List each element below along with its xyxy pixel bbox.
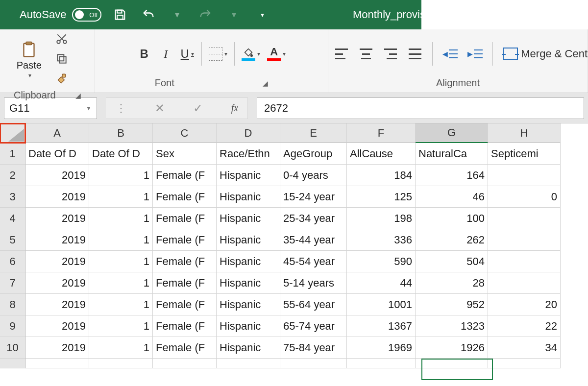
cell-G3[interactable]: 46 (416, 186, 488, 208)
cell-D7[interactable]: Hispanic (217, 272, 280, 294)
cell-H8[interactable]: 20 (488, 294, 561, 315)
cell-B3[interactable]: 1 (89, 186, 153, 208)
cell-E9[interactable]: 65-74 year (280, 315, 347, 337)
cell-C3[interactable]: Female (F (153, 186, 217, 208)
cell-E10[interactable]: 75-84 year (280, 337, 347, 359)
select-all-corner[interactable] (0, 123, 25, 143)
toggle-switch[interactable]: Off (72, 8, 101, 22)
cancel-icon[interactable]: ✕ (155, 101, 165, 115)
copy-icon[interactable] (55, 52, 68, 68)
cell-D6[interactable]: Hispanic (217, 251, 280, 272)
cell-row11-7[interactable] (488, 359, 561, 368)
font-color-button[interactable]: A ▾ (267, 45, 286, 63)
enter-icon[interactable]: ✓ (193, 101, 203, 115)
cell-H1[interactable]: Septicemi (488, 143, 561, 165)
cell-E1[interactable]: AgeGroup (280, 143, 347, 165)
cell-C4[interactable]: Female (F (153, 208, 217, 229)
cell-C6[interactable]: Female (F (153, 251, 217, 272)
column-header-A[interactable]: A (25, 123, 89, 143)
cell-G4[interactable]: 100 (416, 208, 488, 229)
cell-G8[interactable]: 952 (416, 294, 488, 315)
dialog-launcher-icon[interactable]: ◢ (75, 92, 81, 99)
cell-D1[interactable]: Race/Ethn (217, 143, 280, 165)
cell-A7[interactable]: 2019 (25, 272, 89, 294)
fx-icon[interactable]: fx (231, 102, 238, 114)
formula-input[interactable]: 2672 (257, 97, 584, 119)
format-painter-icon[interactable] (55, 72, 68, 88)
align-left-button[interactable] (334, 45, 349, 63)
cell-D9[interactable]: Hispanic (217, 315, 280, 337)
cell-F10[interactable]: 1969 (347, 337, 416, 359)
cell-A3[interactable]: 2019 (25, 186, 89, 208)
row-header-5[interactable]: 5 (0, 229, 25, 251)
cell-G6[interactable]: 504 (416, 251, 488, 272)
cell-E2[interactable]: 0-4 years (280, 165, 347, 186)
cell-H9[interactable]: 22 (488, 315, 561, 337)
cell-D4[interactable]: Hispanic (217, 208, 280, 229)
row-header-4[interactable]: 4 (0, 208, 25, 229)
cell-C1[interactable]: Sex (153, 143, 217, 165)
cell-H2[interactable] (488, 165, 561, 186)
cell-H3[interactable]: 0 (488, 186, 561, 208)
column-header-E[interactable]: E (280, 123, 347, 143)
column-header-B[interactable]: B (89, 123, 153, 143)
cell-C8[interactable]: Female (F (153, 294, 217, 315)
cell-F4[interactable]: 198 (347, 208, 416, 229)
cell-G5[interactable]: 262 (416, 229, 488, 251)
underline-button[interactable]: U▾ (180, 45, 195, 63)
cell-B1[interactable]: Date Of D (89, 143, 153, 165)
row-header-1[interactable]: 1 (0, 143, 25, 165)
borders-button[interactable]: ▾ (209, 45, 227, 63)
cell-A5[interactable]: 2019 (25, 229, 89, 251)
cell-D8[interactable]: Hispanic (217, 294, 280, 315)
autosave-toggle[interactable]: AutoSave Off (20, 8, 101, 22)
cell-A4[interactable]: 2019 (25, 208, 89, 229)
italic-button[interactable]: I (158, 45, 173, 63)
cell-F3[interactable]: 125 (347, 186, 416, 208)
cell-H7[interactable] (488, 272, 561, 294)
cell-G10[interactable]: 1926 (416, 337, 488, 359)
column-header-D[interactable]: D (217, 123, 280, 143)
cell-E8[interactable]: 55-64 year (280, 294, 347, 315)
cell-B6[interactable]: 1 (89, 251, 153, 272)
paste-button[interactable]: Paste ▾ (9, 41, 49, 79)
cell-E7[interactable]: 5-14 years (280, 272, 347, 294)
cell-row11-6[interactable] (416, 359, 488, 368)
cell-B4[interactable]: 1 (89, 208, 153, 229)
qat-customize-icon[interactable]: ▾ (252, 5, 272, 24)
cell-F1[interactable]: AllCause (347, 143, 416, 165)
row-header-8[interactable]: 8 (0, 294, 25, 315)
cell-B10[interactable]: 1 (89, 337, 153, 359)
cell-C10[interactable]: Female (F (153, 337, 217, 359)
column-header-F[interactable]: F (347, 123, 416, 143)
row-header-3[interactable]: 3 (0, 186, 25, 208)
cell-D5[interactable]: Hispanic (217, 229, 280, 251)
cell-A8[interactable]: 2019 (25, 294, 89, 315)
cell-H4[interactable] (488, 208, 561, 229)
save-icon[interactable] (110, 5, 130, 24)
dialog-launcher-icon[interactable]: ◢ (263, 79, 268, 87)
increase-indent-button[interactable]: ▶ (467, 45, 483, 63)
cell-row11-1[interactable] (89, 359, 153, 368)
cell-row11-3[interactable] (217, 359, 280, 368)
row-header-2[interactable]: 2 (0, 165, 25, 186)
row-header-9[interactable]: 9 (0, 315, 25, 337)
cell-E4[interactable]: 25-34 year (280, 208, 347, 229)
row-header-11[interactable] (0, 359, 25, 368)
redo-icon[interactable] (196, 5, 215, 24)
cell-E5[interactable]: 35-44 year (280, 229, 347, 251)
column-header-G[interactable]: G (416, 123, 488, 143)
cell-row11-5[interactable] (347, 359, 416, 368)
cell-G2[interactable]: 164 (416, 165, 488, 186)
cell-C9[interactable]: Female (F (153, 315, 217, 337)
fill-color-button[interactable]: ▾ (242, 45, 260, 63)
cell-C2[interactable]: Female (F (153, 165, 217, 186)
cut-icon[interactable] (55, 32, 68, 48)
cell-D10[interactable]: Hispanic (217, 337, 280, 359)
cell-G1[interactable]: NaturalCa (416, 143, 488, 165)
bold-button[interactable]: B (137, 45, 151, 63)
row-header-10[interactable]: 10 (0, 337, 25, 359)
decrease-indent-button[interactable]: ◀ (442, 45, 458, 63)
cell-B7[interactable]: 1 (89, 272, 153, 294)
redo-dropdown-icon[interactable]: ▾ (224, 5, 244, 24)
